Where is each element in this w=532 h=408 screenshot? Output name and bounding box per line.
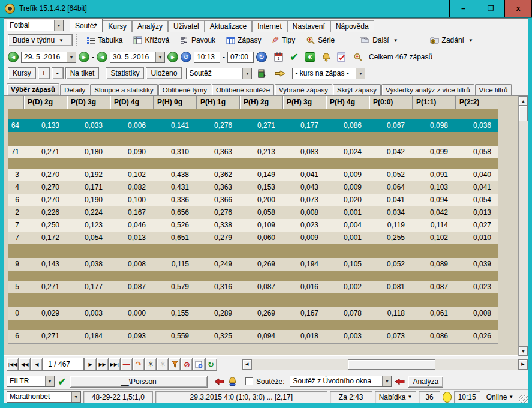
table-cell[interactable]: 0,083 — [283, 146, 326, 158]
table-cell[interactable]: 0,090 — [110, 146, 154, 158]
table-cell[interactable]: 0,271 — [24, 330, 67, 343]
prev-day-icon[interactable]: ◀ — [97, 52, 107, 62]
table-cell[interactable]: 0,089 — [413, 258, 456, 271]
table-cell[interactable]: 0,027 — [456, 219, 498, 232]
krizova-button[interactable]: Křížová — [128, 34, 174, 47]
period-selector[interactable]: Bude v týdnu ▼ — [8, 34, 73, 46]
table-cell[interactable]: 0,579 — [154, 281, 197, 293]
table-cell[interactable]: 0,058 — [240, 206, 283, 219]
table-row[interactable]: 50,2710,1770,0870,5790,3160,0870,0160,00… — [8, 281, 498, 293]
column-header[interactable]: P(H) 4g — [326, 96, 369, 109]
table-cell[interactable]: 0,559 — [154, 330, 197, 343]
fast-back-button[interactable]: ◀◀ — [19, 358, 31, 371]
bell-icon[interactable] — [227, 376, 238, 386]
na-tiket-button[interactable]: Na tiket — [65, 67, 100, 79]
menu-internet[interactable]: Internet — [252, 20, 287, 32]
table-cell[interactable]: 0,194 — [283, 258, 326, 271]
table-cell[interactable]: 0,143 — [24, 258, 67, 271]
table-cell[interactable]: 0,013 — [110, 232, 154, 244]
table-cell[interactable]: 0,073 — [283, 194, 326, 206]
table-cell[interactable]: 0,366 — [197, 194, 240, 206]
table-cell[interactable]: 0,003 — [326, 330, 369, 343]
menu-kursy[interactable]: Kursy — [103, 20, 132, 32]
table-cell[interactable]: 0,099 — [413, 146, 456, 158]
table-cell[interactable]: 0,087 — [413, 281, 456, 293]
table-cell[interactable]: 0,086 — [326, 119, 369, 132]
scrollbar-track[interactable] — [519, 121, 528, 346]
table-cell[interactable]: 0,009 — [326, 169, 369, 181]
next-day-icon[interactable]: ▶ — [79, 52, 89, 62]
tabulka-button[interactable]: Tabulka — [82, 34, 127, 47]
table-cell[interactable]: 0,149 — [240, 169, 283, 181]
table-cell[interactable]: 0,177 — [67, 281, 110, 293]
table-cell[interactable]: 0,362 — [197, 169, 240, 181]
column-header[interactable]: P(D) 4g — [110, 96, 154, 109]
table-cell[interactable]: 0,279 — [197, 232, 240, 244]
column-header[interactable]: P(H) 0g — [154, 96, 197, 109]
table-cell[interactable]: 0,276 — [197, 206, 240, 219]
table-cell[interactable]: 0,052 — [369, 258, 413, 271]
scrollbar-thumb[interactable] — [519, 106, 528, 121]
prev-day-icon[interactable]: ◀ — [8, 52, 19, 62]
table-row[interactable]: 90,1430,0380,0080,1150,2490,2690,1940,10… — [8, 258, 498, 271]
pavouk-button[interactable]: Pavouk — [175, 34, 220, 47]
table-cell[interactable]: 0,167 — [110, 206, 154, 219]
hscroll-thumb[interactable] — [348, 359, 436, 370]
gold-bell-icon[interactable] — [321, 52, 331, 62]
table-row[interactable]: 70,1720,0540,0130,6510,2790,0600,0090,00… — [8, 232, 498, 244]
chevron-down-icon[interactable]: ▼ — [67, 52, 76, 62]
column-header[interactable]: P(H) 2g — [240, 96, 283, 109]
horizontal-scrollbar[interactable]: ◀ ▶ — [242, 359, 528, 370]
table-cell[interactable]: 0,041 — [283, 169, 326, 181]
table-cell[interactable]: 0,009 — [283, 232, 326, 244]
first-record-button[interactable]: |◀◀ — [7, 358, 19, 371]
column-header[interactable]: P(D) 2g — [24, 96, 67, 109]
table-cell[interactable]: 0,081 — [369, 281, 413, 293]
table-cell[interactable]: 0,004 — [326, 219, 369, 232]
table-cell[interactable]: 0,043 — [283, 181, 326, 194]
table-cell[interactable]: 0,269 — [240, 258, 283, 271]
filter-check-icon[interactable]: ✔ — [58, 375, 67, 388]
table-cell[interactable]: 0,087 — [110, 281, 154, 293]
table-cell[interactable]: 0,200 — [240, 194, 283, 206]
scroll-down-icon[interactable]: ▼ — [519, 346, 528, 356]
tab-oblibene-souteze[interactable]: Oblíbené soutěže — [212, 84, 274, 95]
chevron-down-icon[interactable]: ▼ — [242, 68, 251, 79]
table-cell[interactable]: 0,153 — [240, 181, 283, 194]
column-header[interactable]: P(H) 1g — [197, 96, 240, 109]
close-button[interactable]: x — [504, 0, 532, 17]
nabidka-menu[interactable]: Nabídka▼ — [375, 391, 417, 403]
table-cell[interactable]: 0,039 — [456, 258, 498, 271]
table-cell[interactable]: 0,363 — [197, 181, 240, 194]
table-cell[interactable]: 0,054 — [67, 232, 110, 244]
scroll-left-icon[interactable]: ◀ — [242, 359, 252, 370]
no-entry-icon[interactable]: ⊘ — [181, 358, 193, 371]
save-add-icon[interactable] — [193, 358, 205, 371]
table-cell[interactable]: 0,016 — [283, 281, 326, 293]
tab-sloupce-a-statistiky[interactable]: Sloupce a statistiky — [90, 84, 157, 95]
table-cell[interactable]: 0,023 — [456, 281, 498, 293]
table-cell[interactable]: 0,001 — [326, 206, 369, 219]
table-cell[interactable]: 0,271 — [240, 119, 283, 132]
tab-vybrane-zapasy[interactable]: Vybrané zápasy — [275, 84, 332, 95]
table-cell[interactable]: 0,310 — [154, 146, 197, 158]
table-cell[interactable]: 0,040 — [456, 169, 498, 181]
online-menu[interactable]: Online▼ — [483, 391, 518, 403]
battery-icon[interactable] — [257, 68, 266, 79]
table-cell[interactable]: 0,250 — [24, 219, 67, 232]
table-cell[interactable]: 0,018 — [283, 330, 326, 343]
table-cell[interactable]: 0,276 — [197, 119, 240, 132]
maximize-button[interactable]: ❐ — [477, 0, 504, 17]
analyza-button[interactable]: Analýza — [408, 376, 443, 388]
time-from-field[interactable]: 10:13 — [194, 52, 220, 63]
table-cell[interactable]: 0,167 — [283, 307, 326, 320]
calendar-icon[interactable]: 1 — [274, 52, 284, 62]
souteze-checkbox[interactable] — [245, 377, 253, 385]
table-row[interactable]: 40,2700,1710,0820,4310,3630,1530,0430,00… — [8, 181, 498, 194]
table-cell[interactable]: 0,325 — [197, 330, 240, 343]
table-cell[interactable]: 0,255 — [369, 232, 413, 244]
next-record-button[interactable]: ▶ — [84, 358, 96, 371]
table-cell[interactable]: 0,064 — [369, 181, 413, 194]
dalsi-button[interactable]: Další ▼ — [355, 34, 402, 47]
refresh-icon[interactable]: ↻ — [205, 358, 217, 371]
